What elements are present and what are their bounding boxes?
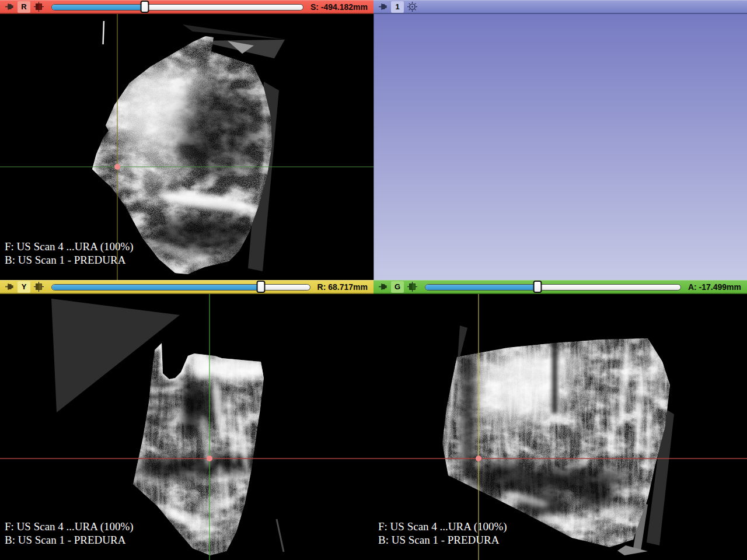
slider-fill <box>52 5 145 10</box>
slider-handle[interactable] <box>257 281 266 293</box>
viewport-yellow: Y R: 68.717mm <box>0 280 374 560</box>
crosshair-dot[interactable] <box>476 456 481 461</box>
pushpin-icon[interactable] <box>378 282 388 292</box>
slice-annotation: F: US Scan 4 ...URA (100%) B: US Scan 1 … <box>5 240 134 267</box>
pushpin-icon[interactable] <box>378 2 388 12</box>
slice-intersection-icon[interactable] <box>33 1 44 12</box>
foreground-volume-label: F: US Scan 4 ...URA (100%) <box>5 520 134 533</box>
slider-track[interactable] <box>51 284 310 290</box>
slider-fill <box>425 285 538 290</box>
slider-fill <box>52 285 261 290</box>
background-volume-label: B: US Scan 1 - PREDURA <box>5 253 134 267</box>
slider-track[interactable] <box>51 4 303 10</box>
slice-offset-value: S: -494.182mm <box>310 2 368 12</box>
slice-intersection-icon[interactable] <box>407 281 418 292</box>
viewport-3d: 1 <box>374 0 747 280</box>
red-slice-view[interactable]: F: US Scan 4 ...URA (100%) B: US Scan 1 … <box>0 14 374 280</box>
slice-offset-slider[interactable] <box>51 281 310 293</box>
red-slice-controller-bar: R S: -494.182mm <box>0 0 374 14</box>
crosshair-dot[interactable] <box>207 456 212 461</box>
slice-annotation: F: US Scan 4 ...URA (100%) B: US Scan 1 … <box>5 520 134 547</box>
slider-track[interactable] <box>425 284 681 290</box>
slice-annotation: F: US Scan 4 ...URA (100%) B: US Scan 1 … <box>378 520 507 547</box>
slice-offset-slider[interactable] <box>425 281 681 293</box>
yellow-slice-view[interactable]: F: US Scan 4 ...URA (100%) B: US Scan 1 … <box>0 294 374 560</box>
viewport-red: R S: -494.182mm <box>0 0 374 280</box>
background-volume-label: B: US Scan 1 - PREDURA <box>5 533 134 547</box>
threed-controller-bar: 1 <box>374 0 747 14</box>
green-slice-controller-bar: G A: -17.499mm <box>374 280 747 294</box>
yellow-slice-controller-bar: Y R: 68.717mm <box>0 280 374 294</box>
threed-scene[interactable] <box>374 14 747 280</box>
pushpin-icon[interactable] <box>5 282 15 292</box>
four-up-layout: R S: -494.182mm <box>0 0 747 560</box>
slice-offset-value: A: -17.499mm <box>688 282 741 292</box>
center-view-icon[interactable] <box>407 1 418 12</box>
foreground-volume-label: F: US Scan 4 ...URA (100%) <box>5 240 134 253</box>
pushpin-icon[interactable] <box>5 2 15 12</box>
crosshair-dot[interactable] <box>114 164 120 170</box>
slider-handle[interactable] <box>140 1 149 13</box>
slider-handle[interactable] <box>533 281 542 293</box>
background-volume-label: B: US Scan 1 - PREDURA <box>378 533 507 547</box>
slice-view-label-yellow[interactable]: Y <box>18 281 30 293</box>
slice-view-label-green[interactable]: G <box>391 281 404 293</box>
slice-offset-value: R: 68.717mm <box>317 282 368 292</box>
slice-intersection-icon[interactable] <box>33 281 44 292</box>
slice-view-label-red[interactable]: R <box>18 1 30 13</box>
slice-offset-slider[interactable] <box>51 1 303 13</box>
foreground-volume-label: F: US Scan 4 ...URA (100%) <box>378 520 507 533</box>
threed-view-label[interactable]: 1 <box>391 1 404 13</box>
green-slice-view[interactable]: F: US Scan 4 ...URA (100%) B: US Scan 1 … <box>374 294 747 560</box>
viewport-green: G A: -17.499mm <box>374 280 747 560</box>
